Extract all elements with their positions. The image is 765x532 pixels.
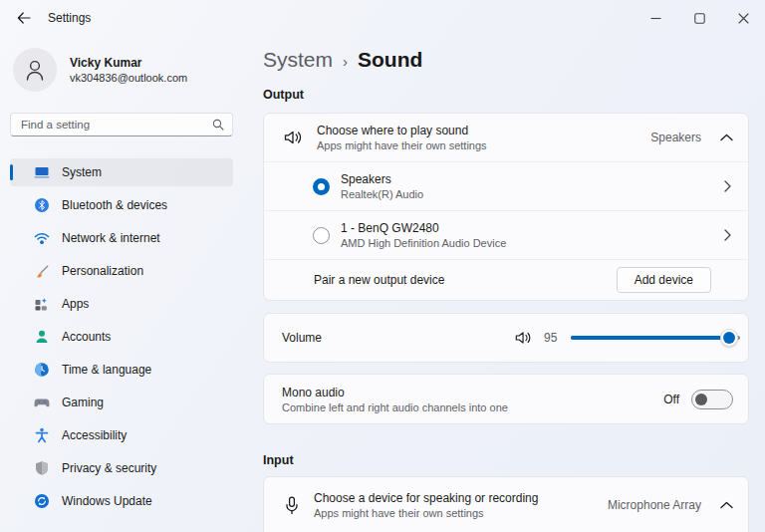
sidebar-item-accounts[interactable]: Accounts	[10, 323, 233, 351]
breadcrumb-parent[interactable]: System	[263, 48, 333, 72]
back-arrow-icon	[17, 12, 31, 24]
chevron-up-icon	[720, 133, 733, 141]
user-email: vk304836@outlook.com	[70, 72, 187, 84]
search-input[interactable]	[10, 113, 233, 136]
device-text: 1 - BenQ GW2480 AMD High Definition Audi…	[341, 221, 506, 249]
device-radio[interactable]	[313, 227, 330, 244]
input-section-heading: Input	[263, 453, 765, 467]
volume-card: Volume 95	[263, 313, 749, 363]
toggle-thumb	[695, 394, 707, 405]
microphone-icon	[283, 496, 301, 515]
maximize-button[interactable]	[677, 1, 721, 35]
avatar	[13, 48, 57, 92]
selected-output-value: Speakers	[650, 131, 701, 144]
expander-text: Choose a device for speaking or recordin…	[314, 491, 538, 519]
wifi-icon	[34, 230, 50, 246]
accessibility-icon	[34, 427, 50, 443]
expander-text: Choose where to play sound Apps might ha…	[317, 124, 487, 151]
device-radio[interactable]	[313, 178, 330, 195]
person-icon	[34, 329, 50, 345]
device-name: Speakers	[341, 172, 423, 186]
mono-title: Mono audio	[282, 386, 508, 399]
output-device-card: Choose where to play sound Apps might ha…	[263, 113, 749, 301]
sidebar-item-label: Personalization	[62, 264, 143, 278]
expander-title: Choose where to play sound	[317, 124, 487, 137]
back-button[interactable]	[6, 4, 42, 32]
user-account-block: Vicky Kumar vk304836@outlook.com	[13, 48, 233, 92]
sidebar-item-label: Bluetooth & devices	[62, 198, 167, 212]
expander-subtitle: Apps might have their own settings	[314, 507, 538, 519]
minimize-icon	[650, 13, 661, 24]
sidebar-item-label: Apps	[62, 297, 89, 311]
volume-slider-fill	[571, 336, 732, 340]
sidebar-item-personalization[interactable]: Personalization	[10, 257, 233, 285]
breadcrumb-separator: ›	[343, 53, 348, 70]
selected-input-value: Microphone Array	[608, 498, 701, 512]
device-text: Speakers Realtek(R) Audio	[341, 172, 423, 200]
minimize-button[interactable]	[634, 1, 677, 35]
breadcrumb: System › Sound	[263, 48, 765, 72]
sidebar-item-privacy-security[interactable]: Privacy & security	[10, 454, 233, 482]
pair-device-label: Pair a new output device	[314, 273, 444, 287]
sidebar-item-network-internet[interactable]: Network & internet	[10, 224, 233, 252]
sidebar-item-label: System	[62, 165, 102, 179]
titlebar: Settings	[0, 0, 765, 36]
add-device-button[interactable]: Add device	[617, 267, 711, 293]
user-name: Vicky Kumar	[70, 56, 187, 70]
pair-device-row: Pair a new output device Add device	[264, 259, 748, 300]
sidebar-nav: System Bluetooth & devices Network & int…	[10, 158, 233, 515]
device-row-speakers[interactable]: Speakers Realtek(R) Audio	[264, 161, 748, 210]
sidebar-item-label: Windows Update	[62, 494, 152, 508]
chevron-up-icon	[720, 501, 733, 509]
mono-toggle-state: Off	[663, 393, 679, 406]
volume-value: 95	[544, 331, 561, 345]
device-detail: Realtek(R) Audio	[341, 188, 423, 200]
sidebar-item-windows-update[interactable]: Windows Update	[10, 487, 233, 515]
bluetooth-icon	[34, 197, 50, 213]
search-box	[10, 113, 233, 136]
sidebar-item-label: Network & internet	[62, 231, 160, 245]
clock-globe-icon	[34, 362, 50, 378]
device-detail: AMD High Definition Audio Device	[341, 237, 506, 249]
sidebar-item-gaming[interactable]: Gaming	[10, 389, 233, 416]
paintbrush-icon	[34, 263, 50, 279]
apps-grid-icon	[34, 296, 50, 312]
person-outline-icon	[23, 58, 47, 82]
recording-expander[interactable]: Choose a device for speaking or recordin…	[264, 477, 748, 532]
maximize-icon	[694, 13, 705, 24]
sidebar-item-label: Accessibility	[62, 428, 127, 442]
page-title: Sound	[358, 48, 422, 72]
user-text: Vicky Kumar vk304836@outlook.com	[70, 56, 187, 84]
system-icon	[34, 164, 50, 180]
sidebar-item-label: Gaming	[62, 396, 104, 409]
close-button[interactable]	[721, 1, 765, 35]
sidebar-item-label: Accounts	[62, 330, 111, 344]
sidebar-item-accessibility[interactable]: Accessibility	[10, 421, 233, 449]
sidebar: Vicky Kumar vk304836@outlook.com System …	[0, 36, 243, 532]
input-device-card: Choose a device for speaking or recordin…	[263, 476, 749, 532]
sidebar-item-bluetooth-devices[interactable]: Bluetooth & devices	[10, 191, 233, 219]
volume-slider-thumb[interactable]	[720, 329, 738, 347]
device-row-benq[interactable]: 1 - BenQ GW2480 AMD High Definition Audi…	[264, 210, 748, 259]
shield-icon	[34, 460, 50, 476]
speaker-icon	[283, 128, 304, 147]
search-icon	[212, 119, 224, 131]
play-sound-expander[interactable]: Choose where to play sound Apps might ha…	[264, 114, 748, 161]
output-section-heading: Output	[263, 88, 765, 102]
mono-text: Mono audio Combine left and right audio …	[282, 386, 508, 413]
chevron-right-icon	[724, 229, 731, 241]
speaker-icon	[514, 329, 533, 347]
device-name: 1 - BenQ GW2480	[341, 221, 506, 235]
close-icon	[738, 13, 749, 24]
update-arrows-icon	[34, 493, 50, 509]
mono-audio-card: Mono audio Combine left and right audio …	[263, 374, 749, 424]
sidebar-item-time-language[interactable]: Time & language	[10, 356, 233, 384]
settings-window: Settings Vicky Kumar vk304836@outlook.co…	[0, 0, 765, 532]
sidebar-item-apps[interactable]: Apps	[10, 290, 233, 318]
gamepad-icon	[34, 395, 50, 410]
sidebar-item-label: Time & language	[62, 363, 151, 377]
volume-slider[interactable]	[571, 329, 740, 347]
sidebar-item-system[interactable]: System	[10, 158, 233, 186]
mono-toggle[interactable]	[691, 390, 733, 409]
expander-subtitle: Apps might have their own settings	[317, 139, 487, 151]
